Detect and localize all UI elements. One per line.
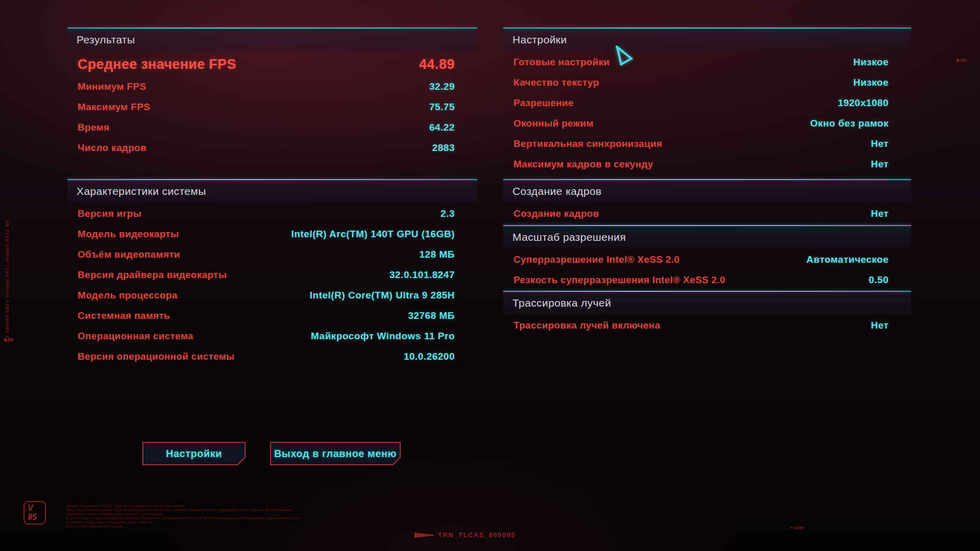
marker-text: 1209: [794, 525, 803, 530]
stat-label: Минимум FPS: [78, 81, 146, 92]
exit-button-label: Выход в главное меню: [271, 443, 400, 464]
spec-value: 32768 МБ: [408, 310, 455, 321]
raytracing-section: Трассировка лучей Трассировка лучей вклю…: [503, 291, 911, 336]
stat-row: Минимум FPS 32.29: [67, 77, 477, 97]
version-badge: V 85: [23, 501, 46, 524]
session-arrow-icon: [414, 533, 434, 538]
spec-value: Майкрософт Windows 11 Pro: [311, 331, 455, 342]
setting-value: Автоматическое: [806, 254, 889, 265]
version-number: 85: [28, 513, 45, 522]
legal-line: Ваши персональные данные будут обработан…: [66, 508, 311, 516]
stat-row: Среднее значение FPS 44.89: [67, 52, 477, 77]
setting-label: Оконный режим: [513, 118, 594, 129]
debug-marker-bottom-right: 1209: [791, 525, 803, 530]
setting-value: Нет: [871, 208, 889, 219]
benchmark-results-screen: { "colors": { "accent_teal": "#49dbe1", …: [0, 0, 980, 551]
setting-label: Трассировка лучей включена: [513, 320, 660, 331]
setting-label: Максимум кадров в секунду: [513, 159, 653, 170]
scaling-rows: Суперразрешение Intel® XeSS 2.0 Автомати…: [503, 248, 911, 290]
settings-section: Настройки Готовые настройки Низкое Качес…: [503, 28, 911, 174]
spec-value: Intel(R) Core(TM) Ultra 9 285H: [310, 290, 455, 301]
setting-value: Нет: [871, 138, 889, 149]
setting-row: Создание кадров Нет: [503, 204, 911, 224]
spec-label: Версия драйвера видеокарты: [78, 269, 227, 281]
marker-square-icon: [791, 527, 793, 529]
stat-value: 2883: [432, 142, 455, 154]
stat-value: 75.75: [429, 102, 455, 113]
legal-disclaimer: Данные, введённые в РЕКЕ, будут использо…: [66, 504, 311, 529]
setting-value: Низкое: [853, 57, 889, 68]
results-section-title: Результаты: [67, 29, 477, 51]
spec-label: Модель видеокарты: [78, 229, 179, 240]
debug-vertical-text: 0B 1209.000000 1209.000000 1209.000000 C…: [5, 220, 10, 343]
results-section: Результаты Среднее значение FPS 44.89 Ми…: [67, 28, 477, 158]
marker-square-icon: [957, 59, 959, 62]
legal-line: доступ к своп-файлам этой сессии.: [66, 524, 311, 529]
setting-label: Качество текстур: [513, 77, 599, 88]
setting-label: Создание кадров: [513, 208, 599, 219]
legal-line: В соответствии с приказом Административн…: [66, 516, 311, 524]
system-specs-rows: Версия игры 2.3 Модель видеокарты Intel(…: [67, 203, 477, 367]
setting-value: Нет: [871, 159, 889, 170]
scaling-section-title: Масштаб разрешения: [503, 226, 911, 248]
setting-value: 980x551: [838, 97, 889, 109]
spec-value: 10.0.26200: [404, 351, 455, 362]
marker-text: 95: [961, 58, 966, 63]
stat-row: Максимум FPS 75.75: [67, 97, 477, 117]
spec-value: Intel(R) Arc(TM) 140T GPU (16GB): [291, 229, 455, 240]
setting-value: 0.50: [869, 274, 889, 286]
setting-row: Суперразрешение Intel® XeSS 2.0 Автомати…: [503, 249, 911, 270]
settings-button-label: Настройки: [143, 443, 244, 464]
stat-row: Число кадров 2883: [67, 138, 477, 158]
spec-value: 128 МБ: [420, 249, 455, 260]
spec-label: Версия игры: [78, 208, 141, 219]
spec-label: Объём видеопамяти: [78, 249, 180, 260]
stat-value: 64.22: [429, 122, 455, 133]
spec-value: 2.3: [440, 208, 455, 219]
setting-row: Резкость суперразрешения Intel® XeSS 2.0…: [503, 270, 911, 290]
settings-rows: Готовые настройки Низкое Качество тексту…: [503, 51, 911, 174]
setting-row: Вертикальная синхронизация Нет: [503, 134, 911, 154]
spec-label: Системная память: [78, 310, 170, 321]
framegen-section-title: Создание кадров: [503, 180, 911, 203]
legal-line: Данные, введённые в РЕКЕ, будут использо…: [66, 504, 311, 508]
raytracing-section-title: Трассировка лучей: [503, 292, 911, 314]
raytracing-rows: Трассировка лучей включена Нет: [503, 314, 911, 336]
setting-row: Качество текстур Низкое: [503, 72, 911, 93]
stat-label: Число кадров: [78, 142, 146, 154]
cursor-icon: [614, 45, 634, 69]
setting-value: Окно без рамок: [810, 118, 889, 129]
framegen-section: Создание кадров Создание кадров Нет: [503, 179, 911, 224]
stat-label: Среднее значение FPS: [78, 57, 236, 72]
spec-row: Версия игры 2.3: [67, 204, 477, 224]
debug-marker-left: 96: [4, 337, 13, 342]
version-letter: V: [28, 504, 45, 513]
spec-row: Версия операционной системы 10.0.26200: [67, 346, 477, 367]
spec-label: Модель процессора: [78, 290, 178, 301]
stat-label: Время: [78, 122, 109, 133]
setting-row: Готовые настройки Низкое: [503, 52, 911, 72]
marker-square-icon: [4, 339, 7, 341]
spec-row: Объём видеопамяти 128 МБ: [67, 244, 477, 265]
system-specs-title: Характеристики системы: [67, 180, 477, 203]
spec-row: Модель процессора Intel(R) Core(TM) Ultr…: [67, 285, 477, 306]
results-rows: Среднее значение FPS 44.89 Минимум FPS 3…: [67, 51, 477, 158]
settings-button[interactable]: Настройки: [142, 442, 246, 465]
scaling-section: Масштаб разрешения Суперразрешение Intel…: [503, 225, 911, 290]
setting-label: Готовые настройки: [513, 57, 609, 68]
spec-row: Модель видеокарты Intel(R) Arc(TM) 140T …: [67, 224, 477, 244]
exit-to-main-menu-button[interactable]: Выход в главное меню: [270, 442, 401, 465]
setting-row: Трассировка лучей включена Нет: [503, 315, 911, 336]
setting-label: Резкость суперразрешения Intel® XeSS 2.0: [513, 274, 725, 286]
spec-row: Операционная система Майкрософт Windows …: [67, 326, 477, 346]
setting-row: Максимум кадров в секунду Нет: [503, 154, 911, 174]
setting-label: Разрешение: [513, 97, 574, 109]
setting-value: Нет: [871, 320, 889, 331]
session-id: TRN_TLCAS_800095: [438, 531, 516, 539]
marker-text: 96: [8, 337, 13, 342]
setting-row: Оконный режим Окно без рамок: [503, 113, 911, 134]
stat-value: 44.89: [419, 57, 455, 72]
system-specs-section: Характеристики системы Версия игры 2.3 М…: [67, 179, 477, 367]
setting-label: Вертикальная синхронизация: [513, 138, 663, 149]
setting-row: Разрешение 980x551: [503, 93, 911, 113]
